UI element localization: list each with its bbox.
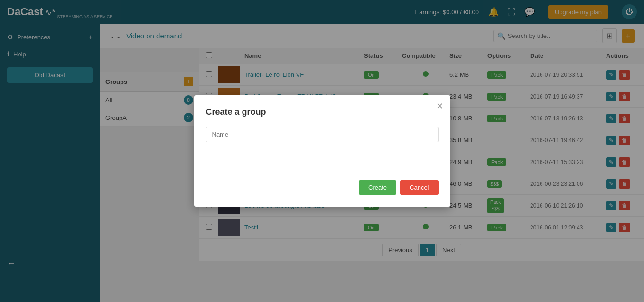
create-button[interactable]: Create (359, 180, 396, 195)
create-group-modal: ✕ Create a group Create Cancel (194, 95, 450, 207)
modal-overlay: ✕ Create a group Create Cancel (0, 0, 644, 302)
modal-close-button[interactable]: ✕ (436, 101, 443, 111)
modal-footer: Create Cancel (206, 180, 439, 195)
modal-title: Create a group (206, 107, 439, 117)
group-name-input[interactable] (206, 127, 439, 142)
cancel-button[interactable]: Cancel (400, 180, 438, 195)
